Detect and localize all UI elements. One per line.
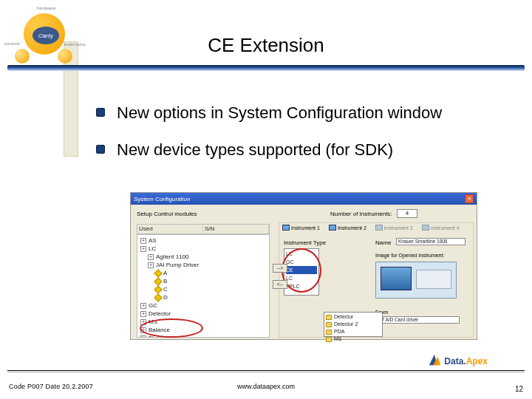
window-body: Setup Control modules Number of Instrume… [131, 205, 477, 339]
assigned-module-row[interactable]: Detector 2 [326, 321, 381, 328]
page-number: 12 [515, 385, 523, 393]
tree-item[interactable]: +Balance [140, 326, 266, 334]
name-label: Name [375, 239, 391, 246]
diamond-icon [154, 277, 162, 285]
tree-item-label: AS [149, 237, 157, 244]
remove-button[interactable]: <-- [273, 280, 287, 289]
instrument-tab[interactable]: Instrument 3 [375, 225, 413, 231]
diamond-icon [154, 285, 162, 293]
bullet-item: New device types supported (for SDK) [96, 139, 502, 161]
instrument-type-option[interactable]: HPLC [286, 282, 317, 290]
instrument-label: Instrument 3 [384, 225, 413, 231]
brand-data: Data. [444, 356, 466, 366]
tree-item[interactable]: D [140, 293, 266, 301]
transfer-buttons: --> <-- [273, 264, 287, 296]
bullet-text: New device types supported (for SDK) [117, 139, 502, 161]
bullet-icon [96, 145, 105, 154]
tree-column-header: Used S/N [137, 224, 270, 234]
logo-label-top: hardware [37, 6, 55, 10]
instrument-type-listbox[interactable]: LCGCCELCHPLC [284, 248, 319, 296]
setup-modules-label: Setup Control modules [137, 211, 197, 217]
bullet-list: New options in System Configuration wind… [96, 102, 502, 175]
tree-item-label: B [163, 278, 167, 284]
assigned-module-label: MS [334, 335, 342, 343]
slide-title: CE Extension [0, 34, 532, 57]
expand-icon: + [148, 262, 154, 268]
diamond-icon [154, 269, 162, 277]
assigned-module-row[interactable]: Detector [326, 313, 381, 321]
column-used: Used [137, 225, 203, 233]
tree-item[interactable]: B [140, 277, 266, 285]
instrument-type-option[interactable]: LC [286, 274, 317, 282]
tree-item[interactable]: C [140, 285, 266, 293]
bullet-item: New options in System Configuration wind… [96, 102, 502, 124]
add-button[interactable]: --> [273, 264, 287, 273]
tree-item[interactable]: +Agilent 1100 [140, 253, 266, 261]
window-titlebar: System Configuration × [131, 193, 477, 205]
tree-item[interactable]: +Detector [140, 310, 266, 318]
bullet-icon [96, 108, 105, 117]
assigned-module-label: PDA [334, 328, 344, 335]
expand-icon: + [140, 327, 146, 333]
device-image [375, 262, 457, 299]
folder-icon [326, 315, 332, 320]
tree-item[interactable]: A [140, 269, 266, 277]
from-input[interactable]: m7 A/D Card driver [375, 316, 460, 324]
instrument-icon [422, 225, 429, 231]
footer-separator [7, 370, 525, 371]
slide: hardware controls extensions Clarity CE … [0, 0, 532, 399]
module-tree[interactable]: +AS+LC+Agilent 1100+JAI Pump DriverABCD+… [137, 234, 270, 338]
expand-icon: + [140, 303, 146, 309]
image-label: Image for Opened Instrument: [375, 253, 444, 258]
instrument-type-option[interactable]: CE [286, 266, 317, 274]
instrument-label: Instrument 1 [291, 225, 320, 231]
folder-icon [326, 337, 332, 342]
system-config-screenshot: System Configuration × Setup Control mod… [130, 192, 477, 340]
instrument-panel: Instrument 1Instrument 2Instrument 3Inst… [279, 222, 474, 338]
window-title: System Configuration [134, 196, 190, 202]
tree-item-label: LC [149, 245, 156, 252]
tree-item[interactable]: +LC [140, 245, 266, 253]
tree-item-label: Balance [149, 327, 170, 333]
instrument-tab[interactable]: Instrument 2 [329, 225, 366, 231]
tree-item[interactable]: +Thermostat [140, 334, 266, 338]
tree-item[interactable]: +JAI Pump Driver [140, 261, 266, 269]
assigned-modules-list[interactable]: DetectorDetector 2PDAMS [324, 312, 383, 337]
footer-url: www.dataapex.com [0, 383, 532, 390]
tree-item-label: MS [149, 318, 157, 325]
tree-item-label: JAI Pump Driver [156, 262, 199, 268]
expand-icon: + [140, 311, 146, 317]
brand-apex: Apex [466, 356, 488, 366]
close-icon[interactable]: × [465, 194, 474, 203]
assigned-module-row[interactable]: MS [326, 335, 381, 343]
folder-icon [326, 322, 332, 327]
logo-triangles-icon [428, 353, 441, 366]
tree-item-label: A [163, 270, 167, 276]
num-instruments-input[interactable]: 4 [397, 209, 417, 218]
expand-icon: + [140, 319, 146, 325]
tree-item[interactable]: +GC [140, 301, 266, 310]
instrument-icon [329, 225, 336, 231]
instrument-type-option[interactable]: GC [286, 258, 317, 266]
expand-icon: + [140, 246, 146, 252]
instrument-type-option[interactable]: LC [286, 250, 317, 258]
tree-item-label: D [163, 294, 168, 301]
instrument-tab[interactable]: Instrument 4 [422, 225, 460, 231]
expand-icon: + [140, 238, 146, 244]
dataapex-wordmark: Data. Apex [444, 356, 488, 366]
dataapex-logo: Data. Apex [428, 353, 488, 366]
name-input[interactable]: Knauer Smartline 1000 [396, 238, 466, 245]
title-separator [7, 65, 525, 71]
assigned-module-row[interactable]: PDA [326, 328, 381, 335]
bullet-text: New options in System Configuration wind… [117, 102, 502, 124]
footer-separator [7, 372, 525, 372]
num-instruments-label: Number of Instruments: [330, 211, 392, 217]
tree-item-label: C [163, 286, 168, 293]
folder-icon [326, 330, 332, 335]
tree-item[interactable]: +MS [140, 318, 266, 326]
instrument-label: Instrument 2 [338, 225, 366, 231]
instrument-tab[interactable]: Instrument 1 [282, 225, 320, 231]
instrument-icon [282, 225, 290, 231]
tree-item[interactable]: +AS [140, 236, 266, 245]
instrument-type-label: Instrument Type [284, 239, 326, 246]
